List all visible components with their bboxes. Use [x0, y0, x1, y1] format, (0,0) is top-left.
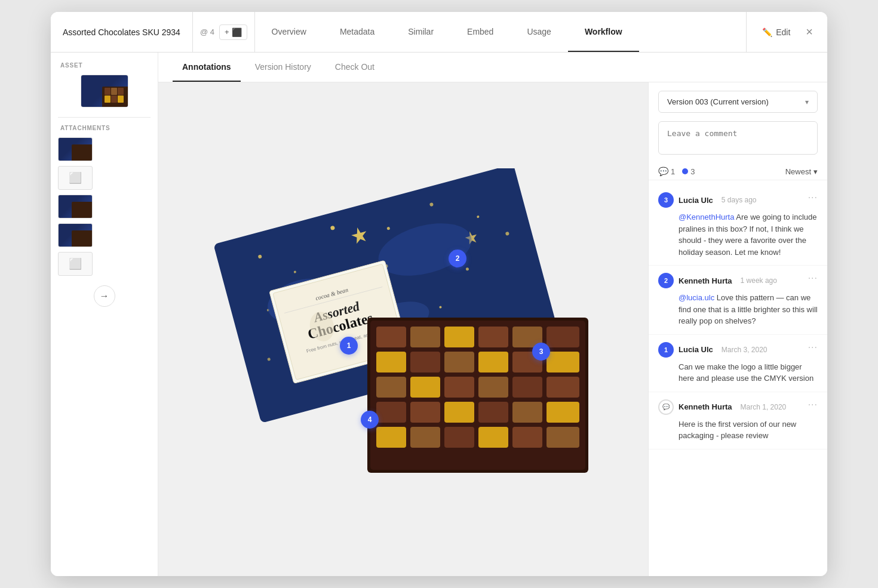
comment-mention-1: @KennethHurta: [679, 213, 734, 221]
avatar-lucia-2: 1: [658, 342, 674, 358]
at-count: @ 4: [200, 27, 214, 36]
comment-body-1: @KennethHurta Are we going to include pr…: [658, 211, 818, 258]
svg-rect-40: [478, 352, 508, 372]
topbar-actions: ✏️ Edit ×: [746, 12, 827, 52]
comment-input[interactable]: [658, 121, 818, 155]
annotation-pin-4[interactable]: 4: [361, 411, 379, 429]
tab-metadata[interactable]: Metadata: [323, 12, 391, 52]
avatar-kenneth-outline: 💬: [658, 399, 674, 415]
annotation-pin-1[interactable]: 1: [340, 337, 358, 355]
add-asset-button[interactable]: + ⬛: [219, 24, 247, 40]
svg-rect-31: [376, 327, 406, 347]
comment-header-4: 💬 Kenneth Hurta March 1, 2020 ···: [658, 399, 818, 415]
comment-author-1: Lucia Ulc: [679, 196, 713, 205]
svg-rect-53: [512, 402, 542, 423]
attachment-item-5[interactable]: ⬜: [58, 252, 151, 276]
svg-rect-48: [547, 377, 579, 398]
asset-title: Assorted Chocolates SKU 2934: [51, 12, 193, 52]
svg-rect-60: [547, 427, 579, 448]
tab-usage[interactable]: Usage: [510, 12, 567, 52]
close-button[interactable]: ×: [801, 23, 818, 41]
svg-rect-39: [444, 352, 474, 372]
comment-more-1[interactable]: ···: [808, 192, 818, 203]
svg-rect-49: [376, 402, 406, 423]
sort-selector[interactable]: Newest ▾: [785, 167, 818, 176]
avatar-kenneth-1: 2: [658, 273, 674, 288]
main-layout: ASSET ATTACHMENTS: [51, 53, 827, 576]
comment-header-1: 3 Lucia Ulc 5 days ago ···: [658, 192, 818, 208]
svg-rect-52: [478, 402, 508, 423]
svg-rect-37: [376, 352, 406, 372]
comment-author-3: Lucia Ulc: [679, 345, 713, 354]
chocolate-illustration: cocoa & bean Assorted Chocolates Free fr…: [194, 168, 612, 491]
svg-rect-34: [478, 327, 508, 347]
attachment-thumb-2: ⬜: [58, 166, 93, 190]
doc-icon: ⬜: [69, 171, 82, 184]
sort-label: Newest: [785, 167, 811, 176]
nav-arrow-button[interactable]: →: [94, 285, 115, 307]
tab-workflow[interactable]: Workflow: [568, 12, 639, 52]
comment-author-2: Kenneth Hurta: [679, 276, 732, 285]
comment-mention-2: @lucia.ulc: [679, 293, 714, 302]
edit-button[interactable]: ✏️ Edit: [756, 24, 796, 41]
attachments-label: ATTACHMENTS: [58, 125, 151, 131]
svg-rect-50: [410, 402, 440, 423]
svg-rect-38: [410, 352, 440, 372]
comment-item-4: 💬 Kenneth Hurta March 1, 2020 ··· Here i…: [649, 392, 827, 450]
arrow-right-icon: →: [100, 291, 109, 301]
unread-badge: 3: [682, 167, 695, 176]
main-window: Assorted Chocolates SKU 2934 @ 4 + ⬛ Ove…: [51, 12, 827, 576]
chevron-down-icon: ▾: [805, 98, 809, 106]
svg-rect-42: [547, 352, 579, 372]
svg-rect-56: [410, 427, 440, 448]
comment-item-1: 3 Lucia Ulc 5 days ago ··· @KennethHurta…: [649, 185, 827, 266]
svg-rect-58: [478, 427, 508, 448]
annotation-pin-3[interactable]: 3: [532, 343, 550, 361]
attachment-list: ⬜ ⬜: [58, 137, 151, 276]
svg-rect-55: [376, 427, 406, 448]
svg-rect-44: [410, 377, 440, 398]
comment-time-4: March 1, 2020: [741, 403, 787, 411]
svg-rect-33: [444, 327, 474, 347]
tab-embed[interactable]: Embed: [450, 12, 510, 52]
comment-header-left-4: 💬 Kenneth Hurta March 1, 2020: [658, 399, 786, 415]
comment-item-2: 2 Kenneth Hurta 1 week ago ··· @lucia.ul…: [649, 266, 827, 335]
unread-count: 3: [690, 167, 695, 176]
comment-header-left-3: 1 Lucia Ulc March 3, 2020: [658, 342, 768, 358]
subtab-check-out[interactable]: Check Out: [326, 53, 384, 82]
comment-body-2: @lucia.ulc Love this pattern — can we fi…: [658, 292, 818, 327]
comment-more-3[interactable]: ···: [808, 342, 818, 353]
unread-dot: [682, 168, 688, 174]
attachment-item-3[interactable]: [58, 195, 151, 218]
version-selector[interactable]: Version 003 (Current version) ▾: [658, 91, 818, 113]
attachment-item-2[interactable]: ⬜: [58, 166, 151, 190]
subtab-version-history[interactable]: Version History: [245, 53, 321, 82]
content-area: Annotations Version History Check Out: [158, 53, 827, 576]
tab-overview[interactable]: Overview: [255, 12, 323, 52]
tab-similar[interactable]: Similar: [391, 12, 450, 52]
svg-rect-43: [376, 377, 406, 398]
topbar-tabs: Overview Metadata Similar Embed Usage Wo…: [255, 12, 747, 52]
comment-body-4: Here is the first version of our new pac…: [658, 418, 818, 442]
comment-time-3: March 3, 2020: [722, 346, 768, 354]
svg-rect-46: [478, 377, 508, 398]
comment-header-2: 2 Kenneth Hurta 1 week ago ···: [658, 273, 818, 288]
asset-thumbnail[interactable]: [81, 75, 128, 107]
comment-time-1: 5 days ago: [722, 196, 757, 204]
svg-rect-57: [444, 427, 474, 448]
comment-more-2[interactable]: ···: [808, 273, 818, 284]
subtabs: Annotations Version History Check Out: [158, 53, 827, 82]
image-panel: cocoa & bean Assorted Chocolates Free fr…: [158, 82, 648, 576]
comment-more-4[interactable]: ···: [808, 399, 818, 410]
sort-chevron-icon: ▾: [813, 167, 818, 176]
doc-icon-2: ⬜: [69, 257, 82, 270]
attachment-item-4[interactable]: [58, 223, 151, 247]
attachment-item-1[interactable]: [58, 137, 151, 161]
attachment-thumb-3: [58, 195, 93, 218]
subtab-annotations[interactable]: Annotations: [173, 53, 241, 82]
annotation-pin-2[interactable]: 2: [449, 250, 466, 267]
comments-list: 3 Lucia Ulc 5 days ago ··· @KennethHurta…: [649, 180, 827, 576]
svg-rect-36: [547, 327, 579, 347]
attachment-thumb-5: ⬜: [58, 252, 93, 276]
svg-rect-54: [547, 402, 579, 423]
